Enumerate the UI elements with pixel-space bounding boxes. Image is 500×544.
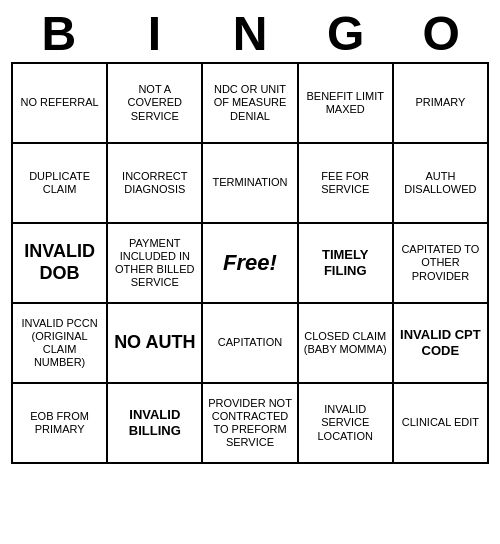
bingo-header: B I N G O — [11, 6, 489, 62]
header-o: O — [393, 6, 489, 62]
bingo-cell-19[interactable]: INVALID CPT CODE — [394, 304, 489, 384]
bingo-cell-18[interactable]: CLOSED CLAIM (BABY MOMMA) — [299, 304, 394, 384]
header-i: I — [107, 6, 203, 62]
bingo-cell-22[interactable]: PROVIDER NOT CONTRACTED TO PREFORM SERVI… — [203, 384, 298, 464]
bingo-cell-0[interactable]: NO REFERRAL — [13, 64, 108, 144]
bingo-cell-5[interactable]: DUPLICATE CLAIM — [13, 144, 108, 224]
bingo-cell-16[interactable]: NO AUTH — [108, 304, 203, 384]
bingo-cell-2[interactable]: NDC OR UNIT OF MEASURE DENIAL — [203, 64, 298, 144]
bingo-board: B I N G O NO REFERRALNOT A COVERED SERVI… — [5, 0, 495, 470]
bingo-cell-4[interactable]: PRIMARY — [394, 64, 489, 144]
bingo-cell-3[interactable]: BENEFIT LIMIT MAXED — [299, 64, 394, 144]
bingo-cell-24[interactable]: CLINICAL EDIT — [394, 384, 489, 464]
bingo-cell-23[interactable]: INVALID SERVICE LOCATION — [299, 384, 394, 464]
bingo-cell-20[interactable]: EOB FROM PRIMARY — [13, 384, 108, 464]
bingo-cell-11[interactable]: PAYMENT INCLUDED IN OTHER BILLED SERVICE — [108, 224, 203, 304]
bingo-cell-1[interactable]: NOT A COVERED SERVICE — [108, 64, 203, 144]
header-b: B — [11, 6, 107, 62]
bingo-cell-10[interactable]: INVALID DOB — [13, 224, 108, 304]
bingo-cell-21[interactable]: INVALID BILLING — [108, 384, 203, 464]
bingo-cell-6[interactable]: INCORRECT DIAGNOSIS — [108, 144, 203, 224]
bingo-cell-17[interactable]: CAPITATION — [203, 304, 298, 384]
bingo-cell-9[interactable]: AUTH DISALLOWED — [394, 144, 489, 224]
bingo-cell-14[interactable]: CAPITATED TO OTHER PROVIDER — [394, 224, 489, 304]
bingo-cell-7[interactable]: TERMINATION — [203, 144, 298, 224]
bingo-grid: NO REFERRALNOT A COVERED SERVICENDC OR U… — [11, 62, 489, 464]
bingo-cell-13[interactable]: TIMELY FILING — [299, 224, 394, 304]
bingo-cell-15[interactable]: INVALID PCCN (ORIGINAL CLAIM NUMBER) — [13, 304, 108, 384]
bingo-cell-12[interactable]: Free! — [203, 224, 298, 304]
header-n: N — [202, 6, 298, 62]
header-g: G — [298, 6, 394, 62]
bingo-cell-8[interactable]: FEE FOR SERVICE — [299, 144, 394, 224]
